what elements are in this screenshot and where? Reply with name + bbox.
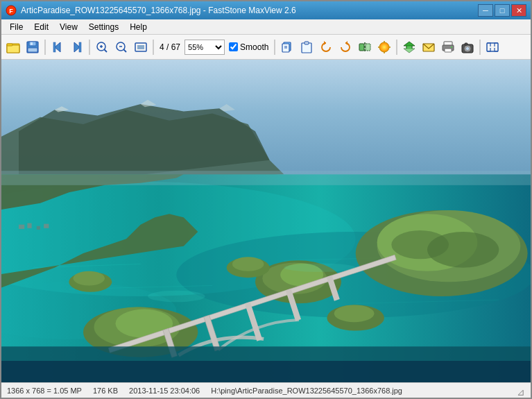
svg-point-76 xyxy=(232,257,264,271)
image-display xyxy=(1,60,531,382)
separator-6 xyxy=(479,40,481,55)
paste-button[interactable] xyxy=(298,38,316,56)
svg-rect-49 xyxy=(487,43,498,51)
svg-rect-88 xyxy=(19,225,24,229)
resize-handle[interactable]: ⊿ xyxy=(517,387,525,395)
fullscreen-button[interactable] xyxy=(483,38,501,56)
svg-rect-7 xyxy=(31,42,33,45)
next-button[interactable] xyxy=(68,38,86,56)
svg-point-95 xyxy=(148,291,205,303)
email-button[interactable] xyxy=(420,38,438,56)
file-size: 176 KB xyxy=(93,387,118,395)
svg-line-16 xyxy=(105,49,108,52)
smooth-checkbox[interactable] xyxy=(229,42,238,51)
swap-button[interactable] xyxy=(400,38,418,56)
minimize-button[interactable]: ─ xyxy=(478,4,493,17)
previous-button[interactable] xyxy=(49,38,67,56)
svg-point-44 xyxy=(451,46,452,48)
svg-point-33 xyxy=(379,42,389,52)
svg-point-47 xyxy=(466,46,470,50)
close-button[interactable]: ✕ xyxy=(511,4,526,17)
image-dimensions: 1366 x 768 = 1.05 MP xyxy=(7,387,82,395)
svg-point-78 xyxy=(334,305,375,322)
datetime: 2013-11-15 23:04:06 xyxy=(129,387,200,395)
svg-marker-29 xyxy=(345,41,347,45)
separator-5 xyxy=(396,40,397,55)
zoom-select[interactable]: 25% 33% 50% 55% 75% 100% 150% 200% xyxy=(185,40,225,55)
menu-help[interactable]: Help xyxy=(124,21,153,33)
toolbar: 4 / 67 25% 33% 50% 55% 75% 100% 150% 200… xyxy=(1,35,531,60)
menu-edit[interactable]: Edit xyxy=(28,21,54,33)
save-button[interactable] xyxy=(24,38,42,56)
nav-counter: 4 / 67 xyxy=(160,42,180,52)
svg-point-68 xyxy=(391,230,449,259)
svg-rect-43 xyxy=(445,49,452,52)
copy-button[interactable] xyxy=(278,38,296,56)
main-window: F ArticParadise_ROW13225645570_1366x768.… xyxy=(0,0,532,399)
app-icon: F xyxy=(6,5,17,16)
svg-rect-89 xyxy=(27,223,31,228)
file-path: H:\ping\ArticParadise_ROW13225645570_136… xyxy=(211,387,402,395)
zoom-out-button[interactable] xyxy=(112,38,130,56)
svg-rect-48 xyxy=(465,43,467,45)
svg-rect-91 xyxy=(44,224,49,228)
flip-button[interactable] xyxy=(356,38,374,56)
status-bar: 1366 x 768 = 1.05 MP 176 KB 2013-11-15 2… xyxy=(1,382,531,398)
menu-view[interactable]: View xyxy=(54,21,83,33)
svg-rect-10 xyxy=(53,42,55,52)
svg-marker-39 xyxy=(404,46,415,53)
svg-rect-94 xyxy=(1,361,531,382)
svg-point-96 xyxy=(284,263,355,271)
menu-file[interactable]: File xyxy=(4,21,28,33)
menu-settings[interactable]: Settings xyxy=(83,21,124,33)
window-title: ArticParadise_ROW13225645570_1366x768.jp… xyxy=(21,6,296,15)
separator-1 xyxy=(44,40,46,55)
svg-rect-4 xyxy=(7,44,12,46)
open-folder-button[interactable] xyxy=(4,38,22,56)
svg-rect-27 xyxy=(304,42,309,44)
svg-text:F: F xyxy=(9,8,13,15)
color-adjust-button[interactable] xyxy=(375,38,393,56)
svg-point-80 xyxy=(74,271,105,286)
svg-rect-30 xyxy=(359,44,364,51)
title-bar-left: F ArticParadise_ROW13225645570_1366x768.… xyxy=(6,5,296,16)
zoom-in-button[interactable] xyxy=(93,38,111,56)
maximize-button[interactable]: □ xyxy=(495,4,510,17)
capture-button[interactable] xyxy=(458,38,477,56)
print-button[interactable] xyxy=(439,38,457,56)
separator-4 xyxy=(274,40,275,55)
menu-bar: File Edit View Settings Help xyxy=(1,19,531,35)
svg-rect-21 xyxy=(137,45,144,49)
smooth-option: Smooth xyxy=(229,42,268,52)
separator-3 xyxy=(153,40,154,55)
rotate-right-button[interactable] xyxy=(336,38,354,56)
svg-rect-3 xyxy=(7,45,19,53)
svg-line-19 xyxy=(124,49,127,52)
smooth-label[interactable]: Smooth xyxy=(240,42,268,52)
nav-info: 4 / 67 xyxy=(160,42,180,52)
separator-2 xyxy=(89,40,90,55)
svg-rect-12 xyxy=(79,42,81,52)
title-buttons: ─ □ ✕ xyxy=(478,4,526,17)
svg-marker-28 xyxy=(324,41,326,45)
svg-rect-97 xyxy=(1,171,531,185)
rotate-left-button[interactable] xyxy=(317,38,335,56)
svg-rect-31 xyxy=(366,44,370,51)
landscape-image xyxy=(1,60,531,382)
title-bar: F ArticParadise_ROW13225645570_1366x768.… xyxy=(1,1,531,19)
fit-window-button[interactable] xyxy=(132,38,150,56)
svg-rect-90 xyxy=(37,226,40,230)
svg-rect-8 xyxy=(28,48,37,52)
